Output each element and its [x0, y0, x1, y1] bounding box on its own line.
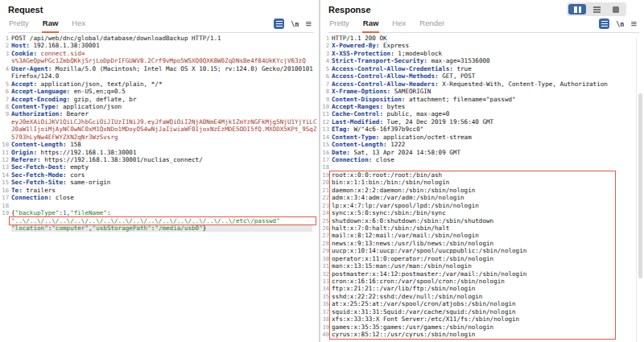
code-line	[332, 163, 644, 171]
code-line: Authorization: Bearer	[11, 110, 319, 117]
tab-hex[interactable]: Hex	[391, 17, 407, 32]
code-line: daemon:x:2:2:daemon:/sbin:/sbin/nologin	[332, 187, 615, 194]
response-tabs-row: PrettyRawHexRender \n ≡	[328, 19, 639, 33]
request-title: Request	[8, 5, 314, 14]
code-line: Accept-Encoding: gzip, deflate, br	[11, 96, 319, 103]
code-line: Date: Sat, 13 Apr 2024 14:58:09 GMT	[332, 149, 644, 156]
columns-layout-button[interactable]	[568, 4, 586, 14]
tab-pretty[interactable]: Pretty	[328, 17, 350, 32]
single-layout-button[interactable]	[607, 4, 625, 14]
view-layout-switcher	[567, 2, 626, 16]
response-tabs: PrettyRawHexRender	[328, 17, 457, 32]
line-number: 21	[320, 187, 329, 194]
request-panel: Request PrettyRawHex \n ≡ 123 4 56789 10…	[0, 0, 319, 342]
code-line: X-Frame-Options: SAMEORIGIN	[332, 88, 644, 95]
line-number: 4	[0, 65, 9, 72]
response-code: HTTP/1.1 200 OKX-Powered-By: ExpressX-XS…	[332, 35, 644, 339]
code-line: Last-Modified: Tue, 24 Dec 2019 19:56:40…	[332, 118, 644, 126]
line-number: 18	[320, 163, 329, 171]
code-line: Accept: application/json, text/plain, */…	[11, 80, 319, 88]
line-number: 32	[320, 270, 329, 278]
syntax-highlight-icon[interactable]	[599, 19, 609, 29]
line-number	[0, 225, 9, 232]
line-number: 33	[320, 278, 329, 285]
code-line: Access-Control-Allow-Credentials: true	[332, 65, 644, 72]
line-number: 37	[320, 308, 329, 315]
code-line: Cookie: connect.sid=	[11, 50, 319, 57]
line-number	[0, 118, 9, 126]
code-line: 5793hLyNw4EFWYZXN2qNr3WzSvsrg	[11, 134, 319, 141]
line-number: 14	[320, 134, 329, 141]
code-line: Accept-Ranges: bytes	[332, 103, 644, 110]
menu-icon[interactable]: ≡	[305, 20, 312, 28]
code-line: games:x:35:35:games:/usr/games:/sbin/nol…	[332, 323, 615, 331]
newline-toggle-icon[interactable]: \n	[616, 20, 624, 28]
request-tabs: PrettyRawHex	[8, 17, 98, 32]
line-number: 13	[320, 126, 329, 133]
rows-layout-button[interactable]	[588, 4, 605, 14]
code-line: Sec-Fetch-Dest: empty	[11, 163, 319, 171]
line-number: 12	[320, 118, 329, 126]
code-line: man:x:13:15:man:/usr/man:/sbin/nologin	[332, 262, 615, 270]
code-line: operator:x:11:0:operator:/root:/sbin/nol…	[332, 255, 615, 262]
tab-raw[interactable]: Raw	[362, 17, 380, 33]
response-toolbar: \n ≡	[599, 19, 639, 32]
code-line: J0aW1lIjoiMjAyNC0wNC0xM1QxNDo1MDoyOS4wNj…	[11, 126, 319, 133]
code-line: s%3AGeQpwPGc1ZmbQKkjSrjLoDpDrIFGUWV8.2Cr…	[11, 57, 319, 64]
code-line: sshd:x:22:22:sshd:/dev/null:/sbin/nologi…	[332, 293, 615, 300]
line-number: 15	[0, 179, 9, 186]
line-number: 36	[320, 300, 329, 307]
code-line: adm:x:3:4:adm:/var/adm:/sbin/nologin	[332, 194, 615, 201]
columns-icon	[574, 6, 581, 13]
code-line: Firefox/124.0	[11, 72, 319, 80]
line-number: 30	[320, 255, 329, 262]
line-number: 26	[320, 225, 329, 232]
menu-icon[interactable]: ≡	[630, 20, 637, 28]
tab-hex[interactable]: Hex	[71, 17, 86, 32]
line-number: 13	[0, 163, 9, 171]
line-number: 2	[320, 42, 329, 49]
line-number: 1	[0, 35, 9, 42]
code-line: uucp:x:10:14:uucp:/var/spool/uucppublic:…	[332, 247, 615, 254]
line-number: 35	[320, 293, 329, 300]
code-line: Strict-Transport-Security: max-age=31536…	[332, 57, 644, 64]
newline-toggle-icon[interactable]: \n	[291, 20, 299, 28]
line-number: 19	[0, 209, 9, 216]
line-number: 34	[320, 285, 329, 292]
line-number: 39	[320, 323, 329, 331]
code-line: root:x:0:0:root:/root:/bin/ash	[332, 171, 615, 179]
code-line: ftp:x:21:21::/var/lib/ftp:/sbin/nologin	[332, 285, 615, 292]
code-line: halt:x:7:0:halt:/sbin:/sbin/halt	[332, 225, 615, 232]
code-line: Access-Control-Allow-Headers: X-Requeste…	[332, 80, 644, 88]
response-editor[interactable]: 1234567891011121314151617181920212223242…	[320, 33, 644, 339]
tab-render[interactable]: Render	[419, 17, 445, 32]
line-number: 40	[320, 331, 329, 338]
request-editor[interactable]: 123 4 56789 10111213141516171819 POST /a…	[0, 33, 319, 232]
line-number: 19	[320, 171, 329, 179]
code-line: shutdown:x:6:0:shutdown:/sbin:/sbin/shut…	[332, 217, 615, 225]
tab-raw[interactable]: Raw	[42, 17, 60, 33]
code-line: Referer: https://192.168.1.38:30001/nucl…	[11, 156, 319, 163]
line-number: 5	[0, 80, 9, 88]
line-number: 7	[320, 80, 329, 88]
code-line: Content-Length: 158	[11, 141, 319, 148]
line-number: 1	[320, 35, 329, 42]
response-scrollbar-thumb[interactable]	[638, 93, 642, 278]
line-number: 27	[320, 232, 329, 239]
request-toolbar: \n ≡	[274, 19, 314, 32]
request-tabs-row: PrettyRawHex \n ≡	[8, 19, 314, 33]
line-number: 5	[320, 65, 329, 72]
tab-pretty[interactable]: Pretty	[8, 17, 30, 32]
line-number: 7	[0, 96, 9, 103]
code-line: Accept-Language: en-US,en;q=0.5	[11, 88, 319, 95]
line-number: 20	[320, 179, 329, 186]
line-number	[0, 57, 9, 64]
code-line: Sec-Fetch-Mode: cors	[11, 171, 319, 179]
line-number: 8	[0, 103, 9, 110]
single-view-icon	[613, 6, 619, 13]
line-number: 22	[320, 194, 329, 201]
line-number: 8	[320, 88, 329, 95]
response-scrollbar[interactable]	[636, 37, 643, 342]
syntax-highlight-icon[interactable]	[274, 19, 284, 29]
line-number: 17	[0, 194, 9, 201]
